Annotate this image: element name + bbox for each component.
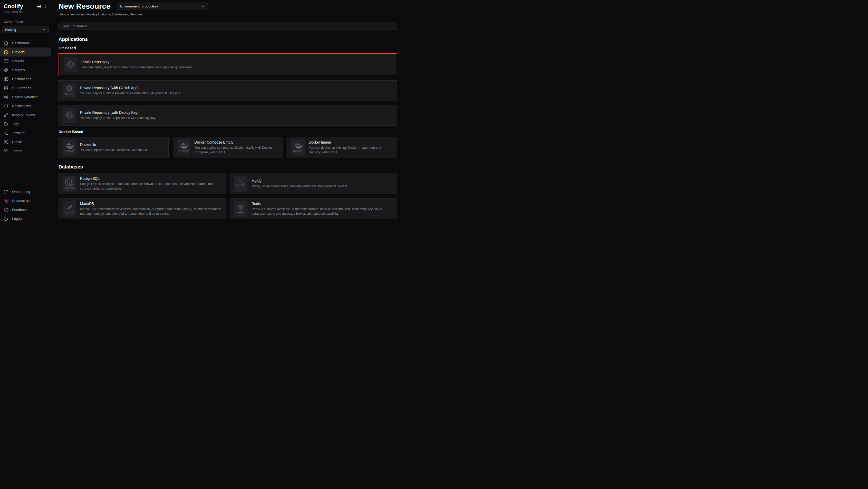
card-docker-compose-empty[interactable]: docker Docker Compose Empty You can depl… [173, 137, 283, 158]
map-icon [4, 77, 9, 82]
sidebar-item-tags[interactable]: Tags [0, 119, 51, 128]
card-private-repository-github-app[interactable]: GitHub Private Repository (with GitHub A… [59, 80, 397, 101]
card-mariadb[interactable]: MariaDB MariaDB MariaDB is a community-d… [59, 198, 226, 219]
database-icon [4, 86, 9, 91]
team-select-value: Hosting [5, 28, 16, 32]
card-public-repository[interactable]: Public Repository You can deploy any kin… [60, 54, 396, 75]
brand-row: Coolify [0, 3, 51, 10]
list-checks-icon [4, 189, 9, 194]
svg-text:docker: docker [179, 149, 188, 153]
server-icon [4, 59, 9, 64]
mysql-logo: MySQL [234, 176, 247, 192]
docker-logo: docker [63, 140, 76, 155]
card-title: Docker Compose Empty [194, 140, 279, 144]
page-header: New Resource Environment: production [59, 2, 397, 10]
card-title: Private Repository (with Deploy Key) [80, 110, 156, 115]
sidebar-item-sources[interactable]: Sources [0, 65, 51, 75]
card-mysql[interactable]: MySQL MySQL MySQL is an open-source rela… [230, 173, 397, 194]
key-icon [4, 113, 9, 118]
sidebar-item-s3-storages[interactable]: S3 Storages [0, 84, 51, 92]
sidebar-item-servers[interactable]: Servers [0, 57, 51, 65]
heart-handshake-icon [4, 198, 9, 203]
databases-section-title: Databases [59, 164, 397, 170]
sidebar-item-feedback[interactable]: Feedback [0, 205, 51, 214]
mariadb-logo: MariaDB [63, 201, 76, 217]
card-postgresql[interactable]: PostgreSQL PostgreSQL PostgreSQL is an o… [59, 173, 226, 194]
sidebar-item-label: Sources [12, 68, 25, 72]
page-title: New Resource [59, 2, 111, 10]
card-description: You can deploy public & private reposito… [80, 91, 181, 95]
card-title: PostgreSQL [80, 176, 222, 180]
home-icon [4, 40, 9, 46]
sidebar-item-teams[interactable]: Teams [0, 146, 51, 155]
card-description: You can deploy private repositories with… [80, 116, 156, 120]
current-team-label: Current Team [0, 13, 51, 24]
docker-cards-row: docker Dockerfile You can deploy a simpl… [59, 137, 397, 158]
svg-text:PostgreSQL: PostgreSQL [64, 187, 75, 189]
chevrons-up-down-icon[interactable] [44, 5, 47, 8]
tag-icon [4, 121, 9, 126]
sidebar-item-label: Keys & Tokens [12, 113, 35, 117]
sidebar-item-label: Tags [12, 122, 20, 126]
sidebar-item-label: Feedback [12, 208, 27, 212]
variable-icon [4, 94, 9, 99]
card-description: Redis is a source-available, in-memory s… [251, 207, 394, 216]
environment-select[interactable]: Environment: production [117, 3, 208, 10]
svg-text:docker: docker [293, 149, 303, 153]
theme-sun-icon[interactable] [37, 4, 41, 9]
user-circle-icon [4, 140, 9, 145]
search-input[interactable] [59, 22, 397, 30]
card-description: PostgreSQL is an object-relational datab… [80, 181, 222, 191]
docker-logo: docker [177, 140, 190, 155]
docker-logo: docker [291, 140, 305, 155]
sidebar-item-label: Sponsor us [12, 199, 30, 203]
sidebar-item-label: S3 Storages [12, 86, 31, 90]
docker-based-subheading: Docker Based [59, 130, 397, 134]
card-docker-image[interactable]: docker Docker Image You can deploy an ex… [287, 137, 397, 158]
card-redis[interactable]: redis Redis Redis is a source-available,… [230, 198, 397, 219]
sidebar-item-projects[interactable]: Projects [0, 48, 51, 57]
sidebar: Coolify v4.0.0-beta.399 Current Team Hos… [0, 0, 51, 227]
card-title: MariaDB [80, 202, 222, 206]
svg-text:docker: docker [65, 149, 74, 153]
terminal-icon [4, 131, 9, 136]
sidebar-item-logout[interactable]: Logout [0, 214, 51, 223]
sidebar-item-notifications[interactable]: Notifications [0, 102, 51, 110]
card-description: You can deploy complex application easil… [194, 145, 279, 154]
sidebar-item-label: Profile [12, 140, 22, 144]
card-description: MySQL is an open-source relational datab… [251, 184, 348, 189]
git-fork-icon [4, 67, 9, 73]
users-icon [4, 148, 9, 153]
sidebar-item-label: Notifications [12, 104, 31, 108]
sidebar-item-label: Dashboard [12, 41, 29, 45]
git-logo [64, 57, 77, 73]
main-content: New Resource Environment: production Dep… [51, 0, 402, 227]
highlight-annotation: Public Repository You can deploy any kin… [59, 53, 397, 76]
sidebar-nav: Dashboard Projects Servers [0, 38, 51, 155]
sidebar-item-shared-variables[interactable]: Shared Variables [0, 92, 51, 102]
sidebar-item-keys-tokens[interactable]: Keys & Tokens [0, 110, 51, 119]
team-select[interactable]: Hosting [2, 26, 49, 33]
sidebar-item-label: Destinations [12, 77, 31, 81]
bell-icon [4, 104, 9, 109]
svg-text:GitHub: GitHub [64, 93, 74, 96]
sidebar-item-label: Teams [12, 149, 22, 153]
sidebar-item-destinations[interactable]: Destinations [0, 75, 51, 84]
sidebar-item-label: Onboarding [12, 190, 30, 194]
sidebar-item-label: Logout [12, 217, 23, 221]
sidebar-item-terminal[interactable]: Terminal [0, 128, 51, 137]
postgresql-logo: PostgreSQL [63, 176, 76, 192]
sidebar-item-onboarding[interactable]: Onboarding [0, 187, 51, 196]
sidebar-item-sponsor-us[interactable]: Sponsor us [0, 196, 51, 205]
svg-text:MySQL: MySQL [236, 184, 245, 187]
github-logo: GitHub [63, 83, 76, 98]
layers-icon [4, 50, 9, 55]
sidebar-item-label: Projects [12, 50, 25, 54]
card-dockerfile[interactable]: docker Dockerfile You can deploy a simpl… [59, 137, 168, 158]
card-private-repository-deploy-key[interactable]: Private Repository (with Deploy Key) You… [59, 105, 397, 125]
sidebar-item-dashboard[interactable]: Dashboard [0, 38, 51, 48]
card-description: You can deploy any kind of public reposi… [81, 65, 193, 69]
database-cards-grid: PostgreSQL PostgreSQL PostgreSQL is an o… [59, 173, 397, 219]
card-description: MariaDB is a community-developed, commer… [80, 207, 222, 216]
sidebar-item-profile[interactable]: Profile [0, 137, 51, 146]
